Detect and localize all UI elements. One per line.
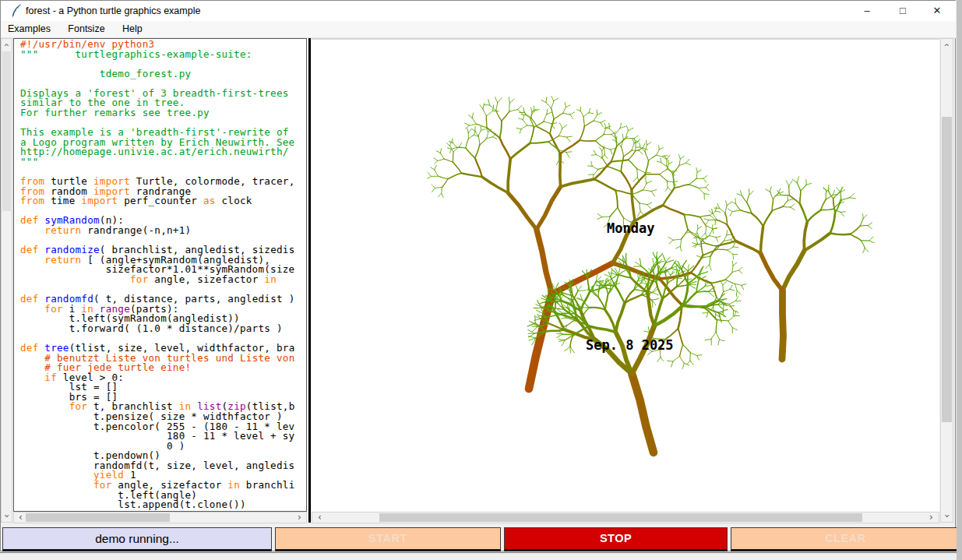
tree-branch	[720, 340, 725, 341]
tree-branch	[673, 166, 679, 174]
tree-branch	[534, 308, 542, 308]
scrollbar-thumb[interactable]	[2, 51, 11, 211]
scroll-up-icon[interactable]: ›	[2, 40, 12, 50]
tree-branch	[709, 291, 714, 297]
tree-branch	[634, 136, 639, 139]
scrollbar-thumb[interactable]	[379, 513, 862, 522]
maximize-button[interactable]: □	[886, 1, 920, 21]
tree-branch	[716, 320, 717, 333]
code-horizontal-scrollbar[interactable]: ‹ ›	[13, 512, 307, 523]
tree-branch	[702, 238, 707, 239]
menu-item-fontsize[interactable]: Fontsize	[61, 21, 111, 37]
tree-branch	[601, 155, 604, 159]
tree-branch	[509, 110, 518, 111]
tree-branch	[698, 227, 702, 229]
scrollbar-thumb[interactable]	[26, 513, 170, 522]
tree-branch	[604, 123, 606, 128]
tree-branch	[520, 129, 521, 133]
tree-branch	[643, 190, 651, 192]
tree-branch	[500, 121, 502, 138]
tree-branch	[657, 252, 657, 260]
tree-branch	[703, 176, 707, 179]
tree-branch	[467, 129, 469, 132]
code-line: t.forward( (1.0 * distance)/parts )	[20, 324, 295, 334]
scroll-down-icon[interactable]: ›	[942, 511, 952, 521]
tree-branch	[668, 160, 669, 164]
tree-branch	[519, 118, 523, 120]
tree-branch	[488, 100, 490, 106]
tree-branch	[589, 326, 616, 333]
tree-branch	[466, 125, 470, 129]
tree-branch	[597, 217, 602, 220]
tree-branch	[508, 193, 537, 230]
menu-item-examples[interactable]: Examples	[1, 21, 58, 37]
scrollbar-thumb[interactable]	[942, 117, 952, 422]
scroll-right-icon[interactable]: ›	[926, 512, 936, 523]
tree-branch	[786, 181, 788, 186]
tree-branch	[729, 301, 735, 304]
tree-branch	[850, 234, 861, 241]
scroll-down-icon[interactable]: ›	[2, 511, 12, 521]
menu-bar: Examples Fontsize Help	[1, 21, 956, 38]
tree-branch	[850, 198, 856, 199]
minimize-button[interactable]: –	[850, 1, 884, 21]
tree-branch	[478, 130, 481, 136]
tree-branch	[725, 213, 728, 225]
tree-branch	[477, 124, 487, 127]
tree-branch	[643, 143, 645, 148]
tree-branch	[532, 326, 537, 332]
canvas-vertical-scrollbar[interactable]: › ›	[940, 38, 953, 523]
menu-item-help[interactable]: Help	[115, 21, 150, 37]
tree-branch	[521, 114, 526, 115]
close-button[interactable]: ✕	[920, 1, 954, 21]
tree-branch	[733, 311, 734, 316]
tree-branch	[830, 233, 851, 234]
tree-branch	[653, 259, 654, 266]
tree-branch	[604, 128, 606, 134]
code-vertical-scrollbar[interactable]: › ›	[1, 38, 12, 523]
tree-branch	[782, 291, 784, 359]
tree-branch	[698, 225, 699, 229]
tree-branch	[700, 217, 707, 226]
tree-branch	[760, 226, 763, 253]
tree-branch	[466, 139, 469, 148]
tree-branch	[727, 231, 728, 235]
tree-branch	[723, 285, 724, 292]
tree-branch	[432, 185, 435, 188]
scroll-left-icon[interactable]: ‹	[315, 512, 325, 523]
tree-branch	[474, 131, 475, 135]
code-panel[interactable]: #!/usr/bin/env python3""" turtlegraphics…	[13, 38, 307, 512]
tree-branch	[800, 203, 808, 222]
tk-feather-icon	[10, 4, 23, 18]
tree-branch	[709, 236, 716, 238]
tree-branch	[562, 318, 567, 319]
tree-branch	[592, 166, 598, 169]
tree-branch	[728, 250, 733, 254]
tree-branch	[663, 188, 675, 206]
tree-branch	[651, 192, 654, 196]
tree-branch	[647, 293, 654, 326]
tree-branch	[704, 219, 709, 220]
tree-branch	[742, 285, 744, 289]
tree-branch	[724, 289, 730, 291]
canvas-horizontal-scrollbar[interactable]: ‹ ›	[312, 512, 939, 523]
tree-branch	[683, 345, 691, 353]
tree-branch	[737, 291, 741, 294]
tree-branch	[448, 173, 462, 179]
scroll-right-icon[interactable]: ›	[294, 512, 305, 523]
scroll-left-icon[interactable]: ‹	[16, 512, 26, 523]
tree-branch	[597, 110, 597, 114]
tree-branch	[742, 284, 746, 286]
tree-branch	[591, 155, 596, 156]
tree-branch	[639, 150, 643, 154]
tree-branch	[699, 188, 706, 188]
tree-branch	[690, 353, 691, 361]
clear-button[interactable]: CLEAR	[731, 527, 960, 551]
tree-branch	[461, 173, 482, 177]
stop-button[interactable]: STOP	[504, 527, 728, 551]
tree-branch	[792, 179, 797, 182]
tree-branch	[730, 212, 733, 217]
code-line: lst.append(t.clone())	[20, 500, 295, 510]
start-button[interactable]: START	[275, 527, 501, 551]
scroll-up-icon[interactable]: ›	[942, 40, 952, 50]
